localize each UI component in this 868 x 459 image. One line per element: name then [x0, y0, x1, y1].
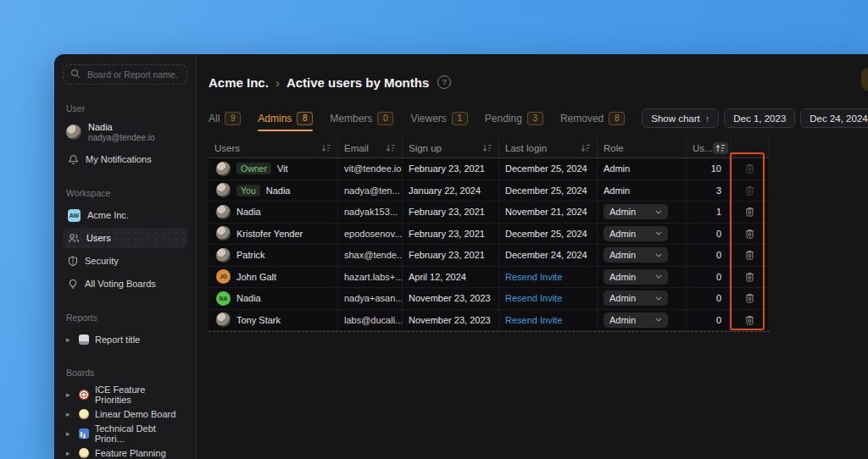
- chevron-down-icon: [655, 210, 662, 214]
- arrow-up-icon: ↑: [705, 113, 710, 124]
- delete-user-button[interactable]: [743, 205, 756, 218]
- role-dropdown[interactable]: Admin: [604, 312, 668, 328]
- tab-members[interactable]: Members0: [330, 112, 393, 131]
- sidebar-item-board[interactable]: ▸Feature Planning: [63, 443, 187, 459]
- sidebar-item-board[interactable]: ▸Technical Debt Priori...: [63, 423, 187, 443]
- breadcrumb-workspace[interactable]: Acme Inc.: [209, 75, 269, 90]
- role-dropdown[interactable]: Admin: [604, 247, 668, 263]
- sidebar-item-board[interactable]: ▸ICE Feature Priorities: [63, 384, 187, 404]
- sidebar-item-notifications[interactable]: My Notifications: [63, 149, 187, 169]
- sort-icon[interactable]: [713, 142, 728, 154]
- sort-icon[interactable]: [581, 144, 591, 152]
- tab-removed[interactable]: Removed8: [560, 112, 625, 131]
- sidebar-item-board[interactable]: ▸Linear Demo Board: [63, 404, 187, 423]
- role-cell: Admin: [598, 267, 687, 288]
- expand-arrow-icon[interactable]: ▸: [66, 429, 73, 438]
- role-label: Admin: [609, 207, 636, 217]
- expand-arrow-icon[interactable]: ▸: [66, 335, 73, 344]
- tab-label: Viewers: [410, 113, 446, 124]
- role-label: Admin: [604, 163, 630, 174]
- actions-cell: [731, 224, 770, 245]
- email-cell: nadyak153...: [338, 202, 403, 223]
- row-avatar: [216, 183, 231, 197]
- date-end-button[interactable]: Dec 24, 2024: [800, 108, 868, 128]
- usage-count-cell: 0: [687, 245, 731, 266]
- user-badge: Owner: [236, 163, 271, 174]
- sort-icon[interactable]: [321, 144, 331, 152]
- tab-pending[interactable]: Pending3: [485, 112, 543, 131]
- role-cell: Admin: [598, 180, 687, 202]
- actions-cell: [731, 158, 770, 180]
- row-avatar: [216, 312, 231, 327]
- expand-arrow-icon[interactable]: ▸: [66, 410, 73, 418]
- user-name: Nadia: [236, 207, 261, 217]
- role-dropdown[interactable]: Admin: [604, 290, 668, 306]
- user-cell: YouNadia: [209, 180, 338, 202]
- delete-user-button[interactable]: [743, 227, 756, 241]
- help-icon[interactable]: ?: [437, 75, 451, 89]
- sidebar-item-report-title[interactable]: ▸ Report title: [63, 329, 187, 349]
- role-cell: Admin: [598, 310, 687, 331]
- expand-arrow-icon[interactable]: ▸: [66, 390, 73, 399]
- sort-icon[interactable]: [386, 144, 396, 152]
- sidebar-item-users[interactable]: Users: [63, 228, 187, 248]
- delete-user-button[interactable]: [743, 291, 756, 305]
- role-dropdown[interactable]: Admin: [604, 269, 668, 285]
- breadcrumb-separator: ›: [275, 75, 280, 90]
- usage-count-cell: 3: [687, 180, 731, 202]
- column-header-role[interactable]: Role: [598, 138, 687, 158]
- resend-invite-link[interactable]: Resend Invite: [505, 272, 562, 282]
- sidebar-item-all-voting-boards[interactable]: All Voting Boards: [63, 274, 187, 294]
- tab-viewers[interactable]: Viewers1: [410, 112, 467, 131]
- page-title: Active users by Months: [287, 75, 429, 90]
- workspace-section-label: Workspace: [66, 188, 184, 198]
- bulb-icon: [79, 448, 89, 458]
- bulb-icon: [79, 409, 89, 419]
- tab-admins[interactable]: Admins8: [258, 112, 313, 131]
- last-login-cell: November 21, 2024: [499, 202, 598, 223]
- lightbulb-icon: [68, 279, 78, 290]
- date-start-button[interactable]: Dec 1, 2023: [724, 108, 795, 128]
- delete-user-button[interactable]: [743, 248, 756, 262]
- usage-count-cell: 0: [687, 310, 731, 331]
- column-header-actions: [731, 138, 770, 158]
- column-label: Sign up: [409, 143, 442, 153]
- expand-arrow-icon[interactable]: ▸: [66, 449, 73, 457]
- filters: Show chart ↑ Dec 1, 2023 Dec 24, 2024 Mo…: [642, 108, 868, 131]
- delete-user-button[interactable]: [743, 313, 756, 327]
- actions-cell: [731, 267, 770, 288]
- workspace-avatar: AW: [68, 209, 81, 222]
- users-table: UsersEmailSign upLast loginRoleUs... Own…: [209, 138, 770, 332]
- column-header-last-login[interactable]: Last login: [499, 138, 598, 158]
- show-chart-button[interactable]: Show chart ↑: [642, 108, 719, 128]
- column-header-sign-up[interactable]: Sign up: [403, 138, 499, 158]
- resend-invite-link[interactable]: Resend Invite: [505, 315, 562, 325]
- role-cell: Admin: [598, 224, 687, 245]
- board-search[interactable]: [63, 64, 187, 85]
- last-login-cell: December 25, 2024: [499, 224, 598, 245]
- email-cell: shax@tende...: [338, 245, 403, 266]
- tab-label: Removed: [560, 113, 604, 124]
- role-dropdown[interactable]: Admin: [604, 226, 668, 241]
- role-dropdown[interactable]: Admin: [604, 204, 668, 219]
- resend-invite-link[interactable]: Resend Invite: [505, 293, 562, 303]
- row-avatar: NA: [216, 291, 231, 306]
- sort-icon[interactable]: [482, 144, 492, 152]
- invite-more-button[interactable]: + Invite more: [861, 68, 868, 91]
- signup-cell: February 23, 2021: [403, 245, 499, 266]
- column-header-us-[interactable]: Us...: [687, 138, 731, 158]
- report-icon: [79, 335, 89, 345]
- users-label: Users: [86, 233, 111, 243]
- table-row: JGJohn Galthazart.labs+...April 12, 2024…: [209, 267, 770, 289]
- column-header-email[interactable]: Email: [338, 138, 403, 158]
- delete-user-button[interactable]: [743, 270, 756, 284]
- current-user[interactable]: Nadia nadya@tendee.io: [63, 120, 187, 144]
- sidebar-item-workspace[interactable]: AW Acme Inc.: [63, 205, 187, 225]
- user-email: nadya@tendee.io: [88, 133, 155, 142]
- sidebar-item-security[interactable]: Security: [63, 251, 187, 271]
- tab-label: All: [209, 113, 220, 124]
- tab-all[interactable]: All9: [209, 112, 241, 131]
- search-input[interactable]: [86, 69, 180, 80]
- column-header-users[interactable]: Users: [209, 138, 338, 158]
- sidebar: User Nadia nadya@tendee.io My Notificati…: [54, 54, 197, 459]
